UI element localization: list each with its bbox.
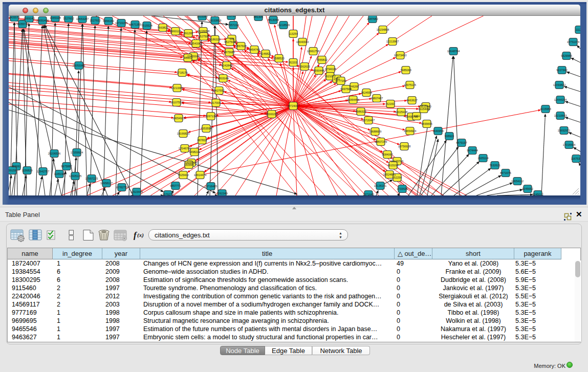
svg-text:1640954: 1640954	[432, 129, 443, 133]
svg-text:8990448: 8990448	[313, 69, 324, 72]
svg-text:20053346: 20053346	[73, 64, 85, 67]
svg-text:9146821: 9146821	[260, 52, 271, 55]
svg-text:9227342: 9227342	[556, 69, 567, 72]
svg-text:15720407: 15720407	[362, 119, 375, 122]
svg-text:7632621: 7632621	[489, 164, 500, 167]
svg-text:8471676: 8471676	[500, 171, 511, 174]
svg-text:7485063: 7485063	[400, 69, 411, 72]
svg-text:3624554: 3624554	[361, 91, 372, 94]
svg-text:9857771: 9857771	[170, 184, 181, 187]
svg-text:8186323: 8186323	[209, 38, 220, 41]
svg-text:1562615: 1562615	[299, 65, 310, 68]
svg-text:16033809: 16033809	[209, 19, 221, 22]
svg-text:9474444: 9474444	[467, 149, 477, 152]
svg-text:1156829: 1156829	[21, 169, 32, 172]
svg-text:1603380: 1603380	[197, 16, 207, 18]
svg-text:16154808: 16154808	[377, 28, 389, 31]
svg-text:15751074: 15751074	[567, 40, 579, 43]
svg-text:16107552: 16107552	[170, 101, 183, 104]
svg-text:16782759: 16782759	[116, 186, 128, 189]
svg-text:15692971: 15692971	[558, 129, 570, 132]
svg-text:12923445: 12923445	[130, 190, 143, 193]
svg-text:10688609: 10688609	[369, 130, 381, 133]
svg-text:19654923: 19654923	[172, 117, 185, 120]
svg-text:2087682: 2087682	[367, 17, 378, 20]
svg-text:10719155: 10719155	[115, 21, 127, 25]
svg-text:417004: 417004	[211, 101, 221, 104]
svg-text:1615192: 1615192	[387, 164, 398, 167]
svg-text:735722: 735722	[227, 16, 236, 17]
svg-text:11121: 11121	[576, 28, 580, 31]
svg-text:10653287: 10653287	[76, 17, 89, 20]
svg-text:62160: 62160	[386, 102, 394, 105]
svg-text:9329966: 9329966	[561, 54, 572, 57]
svg-text:10807487: 10807487	[371, 97, 383, 100]
svg-text:16543362: 16543362	[190, 42, 202, 45]
svg-text:14055724: 14055724	[16, 23, 29, 26]
svg-text:9463627: 9463627	[406, 99, 417, 102]
svg-text:7955812: 7955812	[316, 58, 327, 61]
svg-text:8960123: 8960123	[170, 30, 181, 33]
svg-text:(x): (x)	[137, 232, 144, 238]
svg-text:7986322: 7986322	[355, 110, 366, 113]
svg-text:16648784: 16648784	[447, 50, 460, 53]
svg-text:17957225: 17957225	[85, 177, 98, 180]
svg-text:859061: 859061	[12, 165, 21, 168]
svg-text:2718176: 2718176	[177, 71, 187, 74]
svg-text:20206536: 20206536	[48, 152, 60, 155]
svg-text:9699695: 9699695	[421, 122, 432, 125]
svg-text:1065328: 1065328	[50, 16, 60, 19]
svg-text:9777169: 9777169	[335, 79, 346, 82]
svg-text:3215953: 3215953	[540, 107, 551, 111]
svg-text:1733426: 1733426	[397, 187, 407, 190]
svg-text:891295: 891295	[184, 32, 193, 35]
svg-text:113254: 113254	[289, 32, 298, 35]
svg-text:12905135: 12905135	[69, 174, 81, 178]
svg-text:20364456: 20364456	[347, 98, 359, 101]
svg-text:2069140: 2069140	[24, 17, 34, 20]
svg-text:10756928: 10756928	[398, 145, 410, 148]
svg-text:4464: 4464	[413, 115, 420, 118]
svg-text:938923: 938923	[445, 135, 454, 138]
svg-text:17046766: 17046766	[179, 147, 191, 150]
svg-text:19716485: 19716485	[205, 185, 217, 188]
svg-text:15226058: 15226058	[197, 30, 209, 33]
svg-text:12213967: 12213967	[386, 40, 399, 43]
svg-text:2803144: 2803144	[217, 77, 228, 80]
svg-text:19218506: 19218506	[277, 24, 290, 27]
svg-text:887833: 887833	[198, 139, 207, 142]
svg-text:12444154: 12444154	[554, 98, 567, 101]
svg-text:1527602: 1527602	[90, 19, 100, 22]
svg-text:18724007: 18724007	[287, 104, 299, 107]
svg-text:17359924: 17359924	[71, 151, 83, 154]
svg-text:3267130: 3267130	[205, 115, 216, 118]
svg-text:16640910: 16640910	[296, 40, 309, 43]
svg-text:10654112: 10654112	[511, 180, 524, 183]
svg-text:39159: 39159	[9, 169, 16, 172]
svg-text:2935114: 2935114	[477, 157, 488, 160]
svg-text:7515524: 7515524	[141, 24, 152, 27]
svg-text:6497568: 6497568	[340, 87, 351, 91]
svg-text:1527602: 1527602	[63, 17, 74, 20]
svg-text:18807249: 18807249	[375, 140, 387, 143]
svg-text:98901: 98901	[184, 56, 191, 59]
svg-text:8427552: 8427552	[213, 89, 224, 92]
svg-text:881305: 881305	[254, 16, 263, 18]
svg-text:3115400: 3115400	[418, 107, 429, 111]
svg-text:9242848: 9242848	[221, 64, 232, 67]
svg-text:12093822: 12093822	[553, 83, 565, 86]
svg-text:6966160: 6966160	[103, 19, 114, 23]
svg-text:1092349: 1092349	[216, 192, 227, 195]
svg-text:7357224: 7357224	[228, 24, 238, 27]
svg-text:160994: 160994	[184, 163, 193, 166]
svg-text:7625402: 7625402	[178, 173, 188, 177]
svg-text:18300295: 18300295	[266, 113, 278, 116]
svg-text:6794028: 6794028	[325, 68, 336, 71]
svg-text:7663822: 7663822	[157, 26, 168, 29]
svg-text:10961758: 10961758	[307, 50, 319, 53]
svg-text:2867608: 2867608	[235, 45, 246, 48]
svg-text:10025438: 10025438	[395, 111, 407, 114]
svg-text:9527508: 9527508	[224, 40, 235, 43]
svg-text:17016504: 17016504	[563, 143, 575, 146]
svg-text:19166825: 19166825	[177, 132, 189, 135]
